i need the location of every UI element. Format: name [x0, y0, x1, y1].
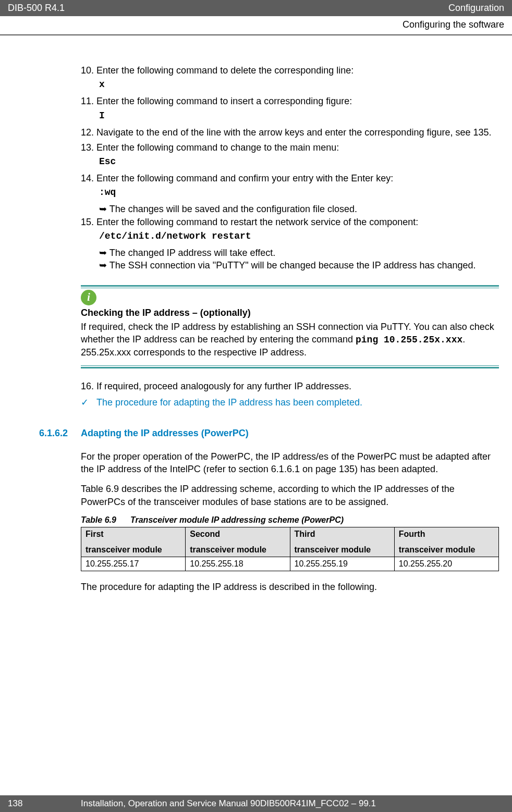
completion-check: ✓The procedure for adapting the IP addre…: [81, 397, 499, 408]
step-15-result-2: ➥ The SSH connection via "PuTTY" will be…: [109, 259, 499, 272]
step-10: 10. Enter the following command to delet…: [81, 64, 499, 77]
step-15: 15. Enter the following command to resta…: [81, 216, 499, 228]
step-11: 11. Enter the following command to inser…: [81, 95, 499, 107]
footer-text: Installation, Operation and Service Manu…: [81, 798, 376, 809]
subheader: Configuring the software: [0, 16, 512, 35]
step-11-text: Enter the following command to insert a …: [96, 96, 352, 106]
check-icon: ✓: [81, 397, 96, 408]
table-row: 10.255.255.17 10.255.255.18 10.255.255.1…: [81, 557, 499, 571]
code-10: x: [99, 79, 499, 90]
page-footer: 138 Installation, Operation and Service …: [0, 795, 512, 812]
step-12: 12. Navigate to the end of the line with…: [81, 126, 499, 139]
step-10-text: Enter the following command to delete th…: [96, 65, 353, 76]
step-15-text: Enter the following command to restart t…: [96, 217, 418, 227]
step-13: 13. Enter the following command to chang…: [81, 141, 499, 154]
info-bar-bottom: [81, 365, 499, 368]
check-text: The procedure for adapting the IP addres…: [96, 397, 362, 408]
step-15-result-1: ➥ The changed IP address will take effec…: [109, 247, 499, 259]
step-14-text: Enter the following command and confirm …: [96, 173, 393, 183]
paragraph-3: The procedure for adapting the IP addres…: [81, 581, 499, 593]
info-body: If required, check the IP address by est…: [81, 321, 499, 359]
section-number: 6.1.6.2: [39, 428, 81, 439]
info-icon: i: [81, 290, 96, 305]
table-cell-4: 10.255.255.20: [394, 557, 498, 571]
table-header-4: Fourthtransceiver module: [394, 527, 498, 557]
table-cell-3: 10.255.255.19: [290, 557, 394, 571]
table-cell-2: 10.255.255.18: [186, 557, 290, 571]
table-cell-1: 10.255.255.17: [81, 557, 186, 571]
step-12-text: Navigate to the end of the line with the…: [96, 127, 491, 138]
paragraph-1: For the proper operation of the PowerPC,…: [81, 450, 499, 476]
table-number: Table 6.9: [81, 515, 130, 525]
header-left: DIB-500 R4.1: [8, 3, 65, 14]
info-title: Checking the IP address – (optionally): [81, 307, 499, 318]
header-right: Configuration: [448, 3, 504, 14]
code-11: I: [99, 110, 499, 121]
info-body-code: ping 10.255.25x.xxx: [356, 335, 462, 345]
table-header-3: Thirdtransceiver module: [290, 527, 394, 557]
ip-table: Firsttransceiver module Secondtransceive…: [81, 527, 499, 571]
main-content: 10. Enter the following command to delet…: [81, 64, 499, 593]
code-13: Esc: [99, 156, 499, 167]
step-16-text: If required, proceed analogously for any…: [96, 381, 351, 391]
step-14-result: ➥ The changes will be saved and the conf…: [109, 203, 499, 215]
table-header-2: Secondtransceiver module: [186, 527, 290, 557]
code-14: :wq: [99, 187, 499, 198]
step-13-text: Enter the following command to change to…: [96, 142, 339, 153]
step-16: 16. If required, proceed analogously for…: [81, 380, 499, 392]
code-15: /etc/init.d/network restart: [99, 231, 499, 241]
table-header-row: Firsttransceiver module Secondtransceive…: [81, 527, 499, 557]
step-14: 14. Enter the following command and conf…: [81, 172, 499, 184]
page-header: DIB-500 R4.1 Configuration: [0, 0, 512, 16]
page-number: 138: [8, 798, 81, 809]
section-heading: 6.1.6.2Adapting the IP addresses (PowerP…: [39, 428, 499, 439]
section-title: Adapting the IP addresses (PowerPC): [81, 428, 249, 438]
paragraph-2: Table 6.9 describes the IP addressing sc…: [81, 483, 499, 508]
table-caption-text: Transceiver module IP addressing scheme …: [130, 515, 344, 524]
table-caption: Table 6.9Transceiver module IP addressin…: [81, 515, 499, 525]
table-header-1: Firsttransceiver module: [81, 527, 186, 557]
info-bar-top: [81, 285, 499, 288]
